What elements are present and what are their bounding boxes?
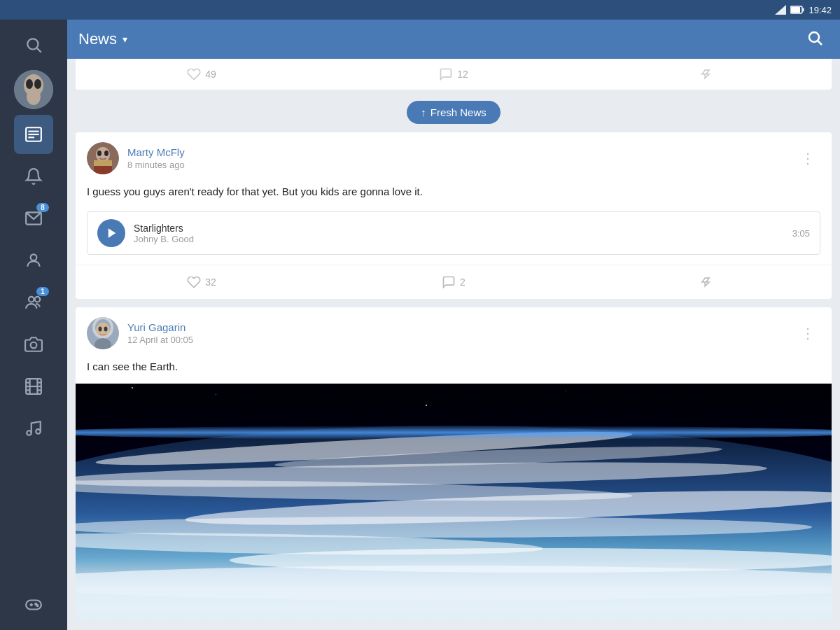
music-info: Starlighters Johny B. Good	[134, 223, 784, 244]
svg-rect-30	[26, 601, 41, 610]
yuri-post-text: I can see the Earth.	[76, 356, 832, 384]
music-artist: Johny B. Good	[134, 234, 784, 244]
user-avatar	[14, 70, 53, 109]
svg-marker-37	[702, 70, 709, 78]
svg-point-29	[36, 429, 41, 434]
share-icon-marty	[699, 275, 713, 289]
marty-name[interactable]: Marty McFly	[127, 146, 185, 158]
sidebar-item-music[interactable]	[14, 409, 53, 448]
comment-icon-marty	[442, 275, 456, 289]
sidebar-item-news[interactable]	[14, 115, 53, 154]
search-icon	[24, 36, 43, 54]
post-marty: Marty McFly 8 minutes ago ⋮ I guess you …	[76, 132, 832, 299]
yuri-name[interactable]: Yuri Gagarin	[127, 321, 193, 333]
yuri-avatar[interactable]	[87, 317, 119, 349]
post-header-left: Marty McFly 8 minutes ago	[87, 142, 185, 174]
fresh-news-button[interactable]: ↑ Fresh News	[407, 101, 500, 124]
comment-icon	[439, 67, 453, 81]
partial-likes[interactable]: 49	[76, 63, 328, 85]
sidebar-item-profile[interactable]	[14, 70, 53, 109]
svg-marker-46	[702, 278, 709, 286]
comments-count-marty: 2	[460, 276, 465, 288]
film-icon	[24, 377, 43, 396]
partial-comments[interactable]: 12	[328, 63, 580, 85]
gamepad-icon	[24, 596, 43, 614]
sidebar-item-search[interactable]	[14, 25, 53, 64]
top-bar-left: News ▾	[78, 30, 127, 48]
svg-point-43	[104, 150, 108, 156]
svg-marker-0	[775, 5, 786, 15]
share-action-marty[interactable]	[580, 271, 832, 293]
svg-line-36	[818, 41, 822, 46]
svg-rect-12	[28, 131, 38, 132]
yuri-avatar-image	[87, 317, 119, 349]
fresh-news-container: ↑ Fresh News	[67, 95, 840, 132]
svg-rect-13	[28, 134, 38, 135]
sidebar-item-notifications[interactable]	[14, 157, 53, 196]
svg-point-18	[35, 297, 41, 302]
signal-icon	[775, 5, 786, 15]
news-icon	[24, 125, 43, 144]
partial-comments-count: 12	[457, 69, 468, 80]
like-action-marty[interactable]: 32	[76, 271, 328, 293]
news-feed: 49 12 ↑ Fresh News	[67, 59, 840, 630]
sidebar-item-messages[interactable]: 8	[14, 199, 53, 238]
heart-icon	[187, 67, 201, 81]
svg-rect-44	[94, 160, 112, 166]
person-icon	[24, 251, 43, 270]
svg-point-16	[31, 254, 37, 260]
app-layout: 8 1	[0, 20, 840, 630]
dropdown-arrow[interactable]: ▾	[122, 34, 127, 45]
comment-action-marty[interactable]: 2	[328, 271, 580, 293]
music-player: Starlighters Johny B. Good 3:05	[87, 211, 820, 255]
music-title: Starlighters	[134, 223, 784, 234]
fresh-news-arrow: ↑	[421, 106, 426, 118]
groups-badge: 1	[36, 287, 49, 296]
post-header-yuri: Yuri Gagarin 12 April at 00:05 ⋮	[76, 307, 832, 356]
play-icon	[106, 227, 118, 239]
svg-rect-3	[791, 7, 800, 13]
play-button[interactable]	[97, 219, 125, 247]
battery-icon	[790, 6, 804, 14]
post-header-marty: Marty McFly 8 minutes ago ⋮	[76, 132, 832, 181]
post-header-yuri-left: Yuri Gagarin 12 April at 00:05	[87, 317, 193, 349]
marty-info: Marty McFly 8 minutes ago	[127, 146, 185, 170]
partial-share[interactable]	[580, 63, 832, 85]
earth-image-container	[76, 384, 832, 622]
post-menu-yuri[interactable]: ⋮	[795, 322, 820, 344]
svg-rect-2	[803, 8, 804, 12]
share-icon	[699, 67, 713, 81]
marty-post-text: I guess you guys aren't ready for that y…	[76, 181, 832, 209]
svg-rect-14	[28, 136, 34, 138]
svg-point-8	[26, 79, 33, 89]
bell-icon	[24, 167, 43, 186]
earth-space-image	[76, 384, 832, 622]
svg-point-19	[31, 342, 37, 349]
fresh-news-label: Fresh News	[430, 106, 486, 118]
svg-marker-45	[108, 228, 116, 238]
svg-point-52	[104, 327, 108, 332]
page-title: News	[78, 30, 117, 48]
post-menu-marty[interactable]: ⋮	[795, 147, 820, 169]
marty-avatar-image	[87, 142, 119, 174]
music-icon	[24, 419, 43, 438]
sidebar-item-friends[interactable]	[14, 241, 53, 280]
sidebar-item-groups[interactable]: 1	[14, 283, 53, 322]
svg-point-51	[99, 327, 102, 332]
marty-avatar[interactable]	[87, 142, 119, 174]
yuri-time: 12 April at 00:05	[127, 335, 193, 345]
messages-badge: 8	[36, 203, 49, 212]
svg-point-28	[27, 430, 31, 435]
sidebar-item-video[interactable]	[14, 367, 53, 406]
svg-point-34	[36, 605, 38, 606]
likes-count-marty: 32	[205, 276, 216, 288]
sidebar-item-photos[interactable]	[14, 325, 53, 364]
sidebar-item-games[interactable]	[14, 585, 53, 624]
camera-icon	[24, 335, 43, 354]
status-bar: 19:42	[0, 0, 840, 20]
search-button[interactable]	[801, 24, 829, 55]
post-actions-marty: 32 2	[76, 265, 832, 299]
top-bar: News ▾	[67, 20, 840, 59]
svg-point-35	[809, 32, 819, 42]
music-duration: 3:05	[792, 228, 810, 239]
